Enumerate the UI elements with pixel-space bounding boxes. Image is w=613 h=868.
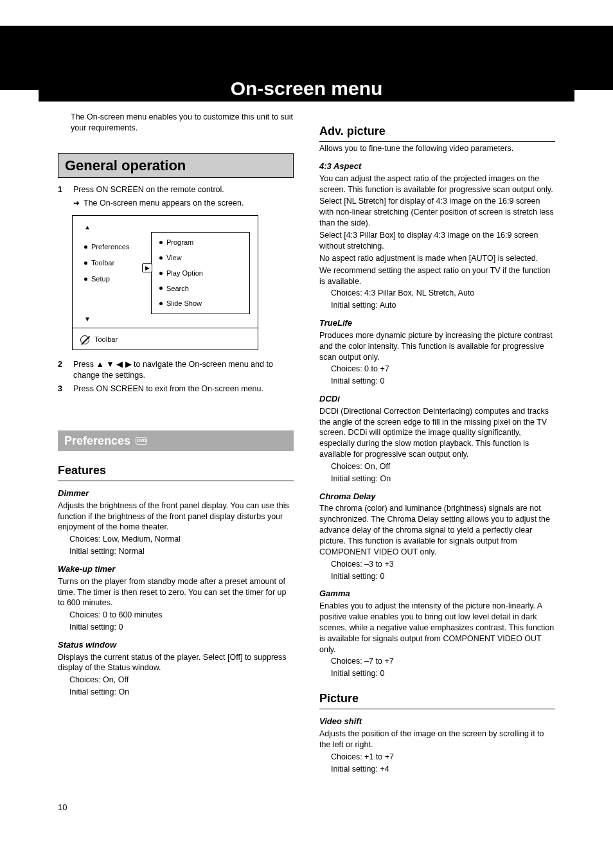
- video-shift-heading: Video shift: [319, 716, 555, 727]
- truelife-body: Produces more dynamic picture by increas…: [319, 330, 555, 363]
- truelife-heading: TrueLife: [319, 317, 555, 329]
- adv-picture-intro: Allows you to fine-tune the following vi…: [319, 143, 555, 154]
- status-choices: Choices: On, Off: [69, 675, 294, 686]
- dcdi-body: DCDi (Directional Correction Deinterlaci…: [319, 406, 555, 460]
- menu-right-arrow-icon: ▶: [142, 263, 152, 272]
- aspect-initial: Initial setting: Auto: [331, 300, 555, 311]
- step-text: Press ON SCREEN to exit from the On-scre…: [73, 384, 294, 394]
- aspect-p2: Select [NL Stretch] for display of 4:3 i…: [319, 196, 555, 229]
- wakeup-heading: Wake-up timer: [58, 563, 294, 575]
- status-initial: Initial setting: On: [69, 687, 294, 698]
- status-heading: Status window: [58, 639, 294, 651]
- page-number: 10: [58, 802, 613, 813]
- video-shift-choices: Choices: +1 to +7: [331, 752, 555, 763]
- page-title: On-screen menu: [231, 76, 383, 102]
- gamma-heading: Gamma: [319, 588, 555, 599]
- aspect-p3: Select [4:3 Pillar Box] to display 4:3 i…: [319, 230, 555, 252]
- aspect-choices: Choices: 4:3 Pillar Box, NL Stretch, Aut…: [331, 288, 555, 299]
- step-text: Press ON SCREEN on the remote control.: [73, 184, 294, 195]
- step-number: 2: [58, 359, 67, 381]
- aspect-p4: No aspect ratio adjustment is made when …: [319, 253, 555, 264]
- dcdi-heading: DCDi: [319, 393, 555, 405]
- menu-right-item: Program: [159, 238, 242, 247]
- menu-down-arrow-icon: [80, 314, 250, 324]
- menu-right-item: Play Option: [159, 269, 242, 278]
- menu-submenu-box: Program View Play Option Search Slide Sh…: [151, 232, 250, 314]
- dimmer-choices: Choices: Low, Medium, Normal: [69, 534, 294, 545]
- features-heading: Features: [58, 463, 294, 481]
- wakeup-body: Turns on the player from standby mode af…: [58, 576, 294, 609]
- wakeup-choices: Choices: 0 to 600 minutes: [69, 610, 294, 621]
- menu-left-item: Setup: [84, 274, 145, 284]
- truelife-choices: Choices: 0 to +7: [331, 364, 555, 375]
- status-body: Displays the current status of the playe…: [58, 652, 294, 674]
- step-text: Press ▲ ▼ ◀ ▶ to navigate the On-screen …: [73, 359, 294, 381]
- truelife-initial: Initial setting: 0: [331, 376, 555, 387]
- menu-right-item: View: [159, 253, 242, 263]
- video-shift-body: Adjusts the position of the image on the…: [319, 729, 555, 750]
- menu-up-arrow-icon: [80, 222, 250, 232]
- dvd-icon: DVD: [136, 437, 147, 445]
- step-arrow-note: The On-screen menu appears on the screen…: [73, 198, 294, 209]
- menu-right-item: Slide Show: [159, 299, 242, 308]
- page-title-bar: On-screen menu: [39, 76, 574, 102]
- gamma-initial: Initial setting: 0: [331, 668, 555, 679]
- menu-left-item: Preferences: [84, 242, 145, 252]
- aspect-p5: We recommend setting the aspect ratio on…: [319, 265, 555, 287]
- menu-footer-label: Toolbar: [94, 335, 118, 344]
- step-number: 1: [58, 184, 67, 195]
- chroma-initial: Initial setting: 0: [331, 571, 555, 582]
- video-shift-initial: Initial setting: +4: [331, 764, 555, 775]
- menu-left-item: Toolbar: [84, 258, 145, 268]
- menu-right-item: Search: [159, 284, 242, 294]
- dimmer-initial: Initial setting: Normal: [69, 546, 294, 557]
- adv-picture-heading: Adv. picture: [319, 123, 555, 142]
- chroma-body: The chroma (color) and luminance (bright…: [319, 503, 555, 557]
- prohibit-icon: [80, 335, 89, 344]
- chroma-heading: Chroma Delay: [319, 491, 555, 502]
- dcdi-choices: Choices: On, Off: [331, 461, 555, 472]
- step-number: 3: [58, 384, 67, 394]
- dimmer-heading: Dimmer: [58, 488, 294, 499]
- wakeup-initial: Initial setting: 0: [69, 622, 294, 633]
- intro-text: The On-screen menu enables you to custom…: [71, 112, 294, 134]
- onscreen-menu-diagram: Preferences Toolbar Setup ▶ Program View…: [72, 215, 258, 350]
- general-operation-heading: General operation: [58, 153, 294, 179]
- gamma-body: Enables you to adjust the intensity of t…: [319, 601, 555, 655]
- aspect-heading: 4:3 Aspect: [319, 161, 555, 172]
- picture-heading: Picture: [319, 691, 555, 709]
- preferences-heading: Preferences DVD: [58, 430, 294, 451]
- dcdi-initial: Initial setting: On: [331, 474, 555, 484]
- chroma-choices: Choices: –3 to +3: [331, 559, 555, 570]
- dimmer-body: Adjusts the brightness of the front pane…: [58, 500, 294, 533]
- left-column: The On-screen menu enables you to custom…: [58, 112, 294, 776]
- gamma-choices: Choices: –7 to +7: [331, 656, 555, 667]
- right-column: Adv. picture Allows you to fine-tune the…: [319, 112, 555, 776]
- header-band: On-screen menu: [0, 26, 613, 90]
- aspect-p1: You can adjust the aspect ratio of the p…: [319, 173, 555, 195]
